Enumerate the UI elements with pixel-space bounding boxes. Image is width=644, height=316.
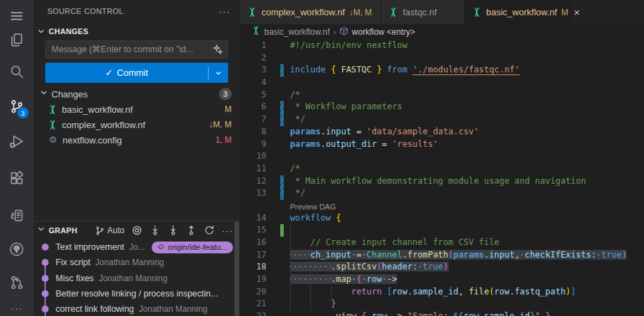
gear-file-icon: ⚙	[47, 134, 58, 145]
target-icon	[131, 225, 143, 236]
breadcrumb-file[interactable]: basic_workflow.nf	[264, 27, 330, 37]
commit-row[interactable]: Better resolve linking / process inspect…	[33, 286, 240, 301]
line-number: 18	[240, 261, 266, 274]
code-row: 16 // Create input channel from CSV file	[240, 237, 644, 249]
commit-dot	[42, 244, 49, 251]
commit-row[interactable]: Fix scriptJonathan Manning	[33, 255, 240, 270]
activity-bar: 3···	[0, 0, 33, 316]
commit-dot	[42, 306, 49, 313]
editor-tab-fastqc-nf[interactable]: fastqc.nf	[381, 0, 465, 24]
code-row: 8params.input = 'data/sample_data.csv'	[240, 126, 644, 139]
refresh-icon	[204, 225, 215, 236]
graph-action-more[interactable]: ···	[222, 226, 233, 236]
activity-item-search[interactable]	[0, 60, 33, 84]
code-row: 13 */	[240, 187, 644, 200]
commit-message-input[interactable]	[46, 45, 212, 54]
graph-action-target[interactable]	[131, 225, 143, 236]
file-status-decoration: M	[225, 104, 232, 114]
line-number: 3	[240, 64, 266, 77]
close-icon[interactable]: ×	[574, 7, 580, 17]
vscode-window: 3··· SOURCE CONTROL ··· CHANGES ✓ Commit	[0, 0, 644, 316]
selection-highlight: .map { row ->	[290, 274, 397, 284]
line-number: 9	[240, 139, 266, 151]
line-number: 17	[240, 249, 266, 262]
activity-item-references[interactable]	[0, 204, 33, 228]
gutter-mod-indicator	[280, 175, 284, 188]
gutter-mod-indicator	[280, 187, 284, 200]
activity-item-run-debug[interactable]	[0, 129, 33, 153]
nextflow-file-icon	[247, 7, 257, 17]
code-row: 3include { FASTQC } from './modules/fast…	[240, 64, 644, 77]
commit-row[interactable]: correct link followingJonathan Manning	[33, 301, 240, 316]
activity-item-menu[interactable]	[0, 4, 33, 28]
activity-item-source-control[interactable]: 3	[0, 95, 33, 118]
editor-tab-complex_workflow-nf[interactable]: complex_workflow.nf↓M, M	[240, 0, 381, 24]
line-number: 10	[240, 150, 266, 163]
menu-icon	[9, 8, 24, 24]
code-editor[interactable]: 1#!/usr/bin/env nextflow23include { FAST…	[240, 40, 644, 316]
commit-button-main[interactable]: ✓ Commit	[45, 68, 208, 78]
file-row-complex_workflow-nf[interactable]: complex_workflow.nf↓M, M	[33, 117, 240, 132]
line-number: 16	[240, 237, 266, 249]
graph-action-auto[interactable]: Auto	[95, 226, 124, 236]
code-line-text: return [row.sample_id, file(row.fastq_pa…	[290, 286, 644, 299]
editor-tab-bar: complex_workflow.nf↓M, Mfastqc.nfbasic_w…	[240, 0, 644, 24]
commit-row[interactable]: Text improvementJo...origin/ide-featu...	[33, 239, 240, 255]
changes-count-badge: 3	[219, 88, 232, 100]
changes-group-label: Changes	[51, 89, 216, 100]
code-line-text: * Main workflow demonstrating module usa…	[290, 175, 644, 188]
line-number: 8	[240, 126, 266, 139]
commit-message: correct link following	[56, 304, 134, 314]
code-line-text: */	[290, 113, 644, 126]
code-line-text: /*	[290, 163, 644, 175]
pull-requests-icon	[9, 275, 24, 290]
nextflow-file-icon	[251, 26, 261, 38]
file-row-nextflow-config[interactable]: ⚙nextflow.config1, M	[33, 132, 240, 148]
commit-button[interactable]: ✓ Commit	[45, 63, 228, 83]
graph-action-pull[interactable]	[168, 225, 179, 236]
editor-tab-basic_workflow-nf[interactable]: basic_workflow.nfM×	[465, 0, 572, 24]
activity-item-pull-requests[interactable]	[0, 271, 33, 294]
graph-action-refresh[interactable]	[204, 225, 215, 236]
graph-action-fetch[interactable]	[150, 225, 161, 236]
activity-item-github[interactable]	[0, 237, 33, 261]
changes-group-header[interactable]: Changes 3	[33, 86, 240, 102]
graph-section-header[interactable]: GRAPH Auto···	[33, 223, 240, 238]
commit-dot	[42, 290, 49, 297]
code-line-text: .view { row -> "Sample: ${row.sample_id}…	[290, 310, 644, 316]
line-number: 5	[240, 89, 266, 102]
activity-item-extensions[interactable]	[0, 166, 33, 190]
code-row: 15	[240, 224, 644, 237]
code-line-text: workflow {	[290, 212, 644, 225]
code-row: 11/*	[240, 163, 644, 175]
code-row: 18 .splitCsv(header: true)	[240, 261, 644, 274]
activity-item-explorer[interactable]	[0, 29, 33, 52]
file-row-basic_workflow-nf[interactable]: basic_workflow.nfM	[33, 102, 240, 117]
search-icon	[9, 64, 24, 79]
breadcrumb-symbol[interactable]: workflow <entry>	[352, 27, 415, 37]
changes-section-header[interactable]: CHANGES	[33, 24, 240, 39]
code-line-text: }	[290, 298, 644, 310]
commit-author: Jonathan Manning	[99, 274, 233, 283]
graph-action-push[interactable]	[186, 225, 197, 236]
selection-highlight: ch_input = Channel.fromPath(params.input…	[290, 250, 627, 260]
more-views-icon: ···	[11, 303, 23, 314]
line-number: 13	[240, 187, 266, 200]
commit-row[interactable]: Misc fixesJonathan Manning	[33, 271, 240, 286]
sidebar-more-actions-button[interactable]: ···	[219, 6, 230, 17]
changes-file-list: basic_workflow.nfMcomplex_workflow.nf↓M,…	[33, 102, 240, 148]
code-row: 17 ch_input = Channel.fromPath(params.in…	[240, 249, 644, 262]
graph-toolbar: Auto···	[95, 225, 233, 236]
sidebar-scrollbar[interactable]	[234, 221, 239, 316]
code-row: 10	[240, 150, 644, 163]
commit-dot	[42, 275, 49, 282]
commit-dropdown-button[interactable]	[209, 69, 228, 77]
line-number: 4	[240, 77, 266, 89]
activity-item-more[interactable]: ···	[0, 297, 33, 316]
nextflow-file-icon	[388, 7, 399, 17]
line-number: 21	[240, 298, 266, 310]
commit-message-box	[45, 40, 228, 58]
sparkle-icon[interactable]	[212, 44, 227, 55]
tab-label: complex_workflow.nf	[261, 7, 345, 17]
code-row: 19 .map { row ->	[240, 274, 644, 286]
